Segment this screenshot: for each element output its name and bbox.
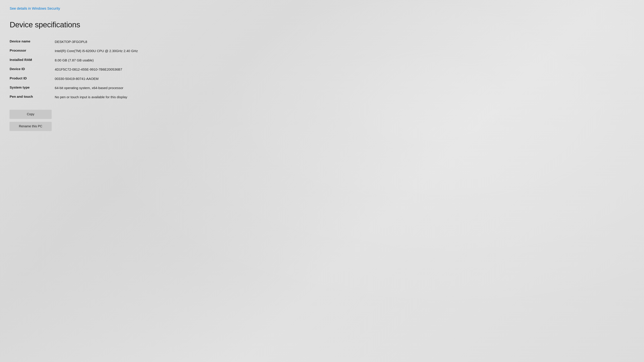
spec-value-2: 8.00 GB (7.87 GB usable) xyxy=(52,56,154,65)
spec-label-0: Device name xyxy=(10,37,52,46)
spec-value-6: No pen or touch input is available for t… xyxy=(52,92,154,102)
buttons-container: CopyRename this PC xyxy=(10,110,634,131)
windows-security-link[interactable]: See details in Windows Security xyxy=(10,6,60,10)
spec-value-3: 4D1F5C72-0812-455E-9910-7B6E200536B7 xyxy=(52,65,154,74)
spec-label-6: Pen and touch xyxy=(10,92,52,102)
spec-label-3: Device ID xyxy=(10,65,52,74)
section-title: Device specifications xyxy=(10,20,634,29)
rename-button[interactable]: Rename this PC xyxy=(10,122,52,131)
spec-value-4: 00330-50419-80741-AAOEM xyxy=(52,74,154,83)
spec-label-5: System type xyxy=(10,83,52,92)
spec-label-2: Installed RAM xyxy=(10,56,52,65)
copy-button[interactable]: Copy xyxy=(10,110,52,119)
page-container: See details in Windows Security Device s… xyxy=(0,0,644,362)
spec-value-0: DESKTOP-3FGOPL8 xyxy=(52,37,154,46)
specs-table: Device nameDESKTOP-3FGOPL8ProcessorIntel… xyxy=(10,37,154,102)
spec-label-4: Product ID xyxy=(10,74,52,83)
spec-value-1: Intel(R) Core(TM) i5-6200U CPU @ 2.30GHz… xyxy=(52,46,154,55)
spec-value-5: 64-bit operating system, x64-based proce… xyxy=(52,83,154,92)
spec-label-1: Processor xyxy=(10,46,52,55)
